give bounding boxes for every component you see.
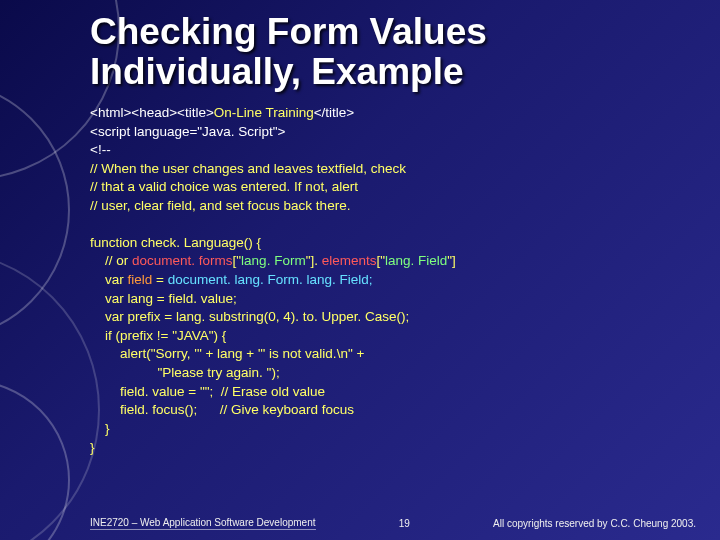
code-comment: // When the user changes and leaves text…	[90, 161, 406, 176]
code-block: <html><head><title>On-Line Training</tit…	[90, 104, 690, 457]
slide-container: Checking Form Values Individually, Examp…	[0, 0, 720, 540]
code-line: if (prefix != "JAVA") {	[90, 328, 226, 343]
code-line: <html><head><title>	[90, 105, 214, 120]
code-line: // or	[90, 253, 132, 268]
code-line: </title>	[314, 105, 355, 120]
code-comment: // that a valid choice was entered. If n…	[90, 179, 358, 194]
code-line: field. value = ""; // Erase old value	[90, 384, 325, 399]
code-line: var	[90, 272, 128, 287]
code-comment: // user, clear field, and set focus back…	[90, 198, 350, 213]
slide-footer: INE2720 – Web Application Software Devel…	[90, 517, 696, 530]
code-line: }	[90, 440, 95, 455]
code-line: function check. Language() {	[90, 235, 261, 250]
code-token: ["	[233, 253, 242, 268]
code-token: ["	[376, 253, 385, 268]
code-token: lang. Field	[385, 253, 447, 268]
code-line: alert("Sorry, '" + lang + "' is not vali…	[90, 346, 364, 361]
footer-page-number: 19	[316, 518, 494, 529]
code-token: "]	[447, 253, 456, 268]
code-text: On-Line Training	[214, 105, 314, 120]
code-token: lang. Form	[241, 253, 306, 268]
code-line: var lang = field. value;	[90, 291, 237, 306]
code-token: document. forms	[132, 253, 233, 268]
slide-title: Checking Form Values Individually, Examp…	[90, 12, 690, 92]
code-line: field. focus(); // Give keyboard focus	[90, 402, 354, 417]
code-line: <script language="Java. Script">	[90, 124, 285, 139]
code-token: elements	[322, 253, 377, 268]
code-token: document. lang. Form. lang. Field;	[168, 272, 373, 287]
code-token: "].	[306, 253, 322, 268]
code-token: =	[152, 272, 167, 287]
code-line: }	[90, 421, 110, 436]
footer-course: INE2720 – Web Application Software Devel…	[90, 517, 316, 530]
code-line: var prefix = lang. substring(0, 4). to. …	[90, 309, 409, 324]
code-token: field	[128, 272, 153, 287]
code-line: <!--	[90, 142, 111, 157]
footer-copyright: All copyrights reserved by C.C. Cheung 2…	[493, 518, 696, 529]
code-line: "Please try again. ");	[90, 365, 280, 380]
